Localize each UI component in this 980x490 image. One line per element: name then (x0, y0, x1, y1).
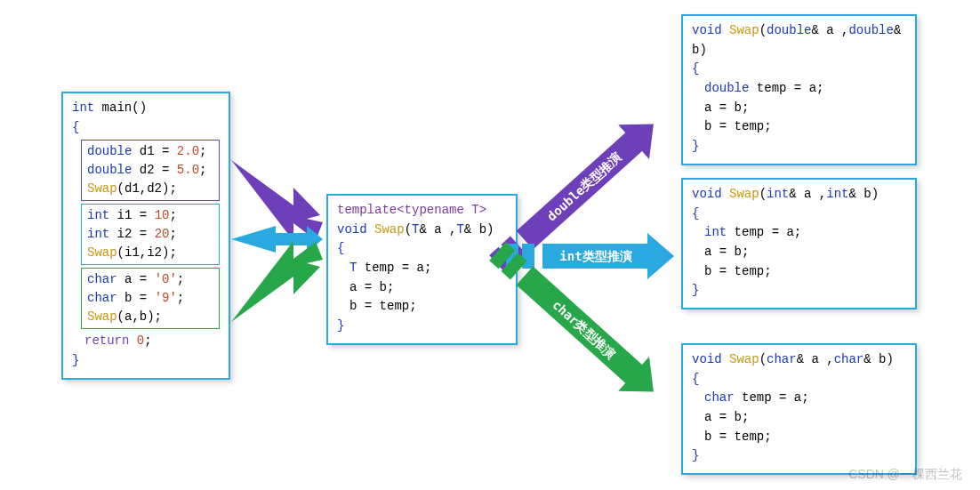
main-close-brace: } (72, 351, 220, 371)
arrow-main-double-to-template (231, 160, 323, 241)
main-function-box: int main() { double d1 = 2.0; double d2 … (61, 92, 230, 380)
template-function-box: template<typename T> void Swap(T& a ,T& … (326, 194, 518, 345)
arrow-main-char-to-template (231, 241, 323, 322)
arrow-main-int-to-template (231, 226, 323, 253)
svg-marker-1 (231, 226, 323, 253)
svg-marker-7 (542, 233, 674, 279)
svg-marker-0 (231, 160, 323, 241)
svg-marker-2 (231, 241, 323, 322)
main-double-block: double d1 = 2.0; double d2 = 5.0; Swap(d… (81, 140, 220, 201)
int-swap-box: void Swap(int& a ,int& b) { int temp = a… (681, 178, 917, 309)
svg-text:int类型推演: int类型推演 (559, 249, 631, 263)
main-paren: () (132, 100, 147, 115)
watermark-label: CSDN @一棵西兰花 (848, 467, 962, 483)
char-swap-box: void Swap(char& a ,char& b) { char temp … (681, 343, 917, 475)
main-name: main (94, 100, 132, 115)
arrow-int-deduction: int类型推演 (506, 233, 674, 279)
double-swap-box: void Swap(double& a ,double& b) { double… (681, 14, 917, 165)
svg-marker-11 (510, 259, 670, 409)
main-int-kw: int (72, 100, 94, 115)
svg-text:double类型推演: double类型推演 (544, 149, 624, 223)
svg-text:char类型推演: char类型推演 (550, 297, 618, 361)
svg-rect-8 (522, 244, 534, 269)
main-return-kw: return (84, 333, 129, 348)
main-int-block: int i1 = 10; int i2 = 20; Swap(i1,i2); (81, 204, 220, 265)
svg-marker-3 (510, 107, 670, 257)
main-char-block: char a = '0'; char b = '9'; Swap(a,b); (81, 268, 220, 329)
main-open-brace: { (72, 118, 220, 138)
